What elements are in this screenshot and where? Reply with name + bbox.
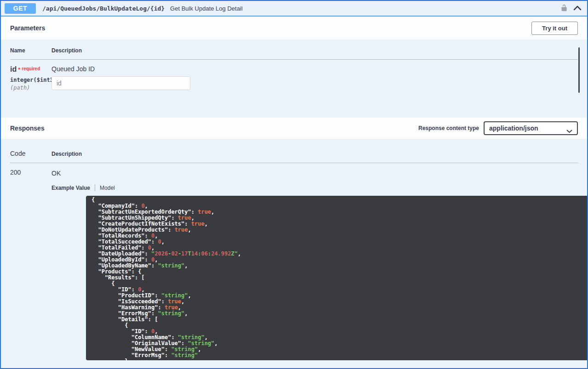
parameter-name: id <box>10 65 17 73</box>
code-line: { <box>91 197 588 203</box>
code-line: "ErrorMsg": "string", <box>91 311 588 317</box>
code-line: } <box>91 358 588 360</box>
try-it-out-button[interactable]: Try it out <box>531 22 578 35</box>
endpoint-path: /api/QueuedJobs/BulkUpdateLog/{id} <box>42 5 165 12</box>
chevron-up-icon <box>573 5 582 12</box>
content-type-group: Response content type application/json <box>418 121 578 135</box>
code-line: { <box>91 281 588 287</box>
parameters-table-head: Name Description <box>10 47 578 60</box>
example-json-code[interactable]: { "CompanyId": 0, "SubtractUnExportedOrd… <box>86 196 588 360</box>
response-content-type-select[interactable]: application/json <box>484 121 578 135</box>
unlock-icon <box>560 4 568 13</box>
required-star: * <box>18 66 20 73</box>
tab-divider <box>95 184 95 191</box>
responses-title: Responses <box>10 125 45 132</box>
code-line: "TotalSucceeded": 0, <box>91 239 588 245</box>
collapse-operation-button[interactable] <box>573 5 582 12</box>
response-content-type-label: Response content type <box>418 125 479 131</box>
description-column-header: Description <box>51 151 82 157</box>
code-line: "Products": { <box>91 269 588 275</box>
response-row: 200 OK Example Value Model { "CompanyId"… <box>10 163 578 360</box>
code-line: "DateUploaded": "2026-02-17T14:06:24.992… <box>91 251 588 257</box>
code-column-header: Code <box>10 150 51 157</box>
endpoint-summary: Get Bulk Update Log Detail <box>170 5 243 12</box>
parameter-type: integer($int32) <box>10 77 51 83</box>
code-line: "DoNotUpdateProducts": true, <box>91 227 588 233</box>
tab-example-value[interactable]: Example Value <box>51 185 90 191</box>
required-label: required <box>22 66 40 71</box>
example-json-block: { "CompanyId": 0, "SubtractUnExportedOrd… <box>86 196 588 360</box>
code-line: "Results": [ <box>91 275 588 281</box>
description-column-header: Description <box>51 47 82 54</box>
parameter-description-cell: Queued Job ID <box>51 65 190 91</box>
example-model-tabs: Example Value Model <box>51 184 578 191</box>
parameter-row: id*required integer($int32) (path) Queue… <box>10 60 578 91</box>
operation-summary-bar[interactable]: GET /api/QueuedJobs/BulkUpdateLog/{id} G… <box>1 1 587 17</box>
responses-table: Code Description 200 OK Example Value Mo… <box>1 139 587 368</box>
response-content-type-value: application/json <box>489 125 538 132</box>
response-status-code: 200 <box>10 169 51 360</box>
code-line: "UploadedByName": "string", <box>91 263 588 269</box>
parameter-id-input[interactable] <box>51 76 190 90</box>
response-description-cell: OK Example Value Model { "CompanyId": 0,… <box>51 169 578 360</box>
http-method-badge: GET <box>5 3 36 14</box>
authorize-button[interactable] <box>560 4 568 13</box>
tab-model[interactable]: Model <box>100 185 115 191</box>
parameters-section-header: Parameters Try it out <box>1 17 587 40</box>
code-line: "TotalRecords": 0, <box>91 233 588 239</box>
chevron-down-icon <box>566 127 572 135</box>
parameter-description: Queued Job ID <box>51 65 190 73</box>
response-description: OK <box>51 170 578 177</box>
responses-table-head: Code Description <box>10 150 578 163</box>
responses-section-header: Responses Response content type applicat… <box>1 118 587 139</box>
code-line: "ErrorMsg": "string" <box>91 352 588 358</box>
code-line: { <box>91 323 588 329</box>
parameters-scrollbar-thumb[interactable] <box>578 47 580 93</box>
parameters-title: Parameters <box>10 24 45 32</box>
code-line: "Details": [ <box>91 317 588 323</box>
parameter-location: (path) <box>10 85 51 91</box>
swagger-operation-window: GET /api/QueuedJobs/BulkUpdateLog/{id} G… <box>0 0 588 369</box>
parameters-table: Name Description id*required integer($in… <box>1 40 587 118</box>
parameter-name-cell: id*required integer($int32) (path) <box>10 65 51 91</box>
name-column-header: Name <box>10 47 51 54</box>
